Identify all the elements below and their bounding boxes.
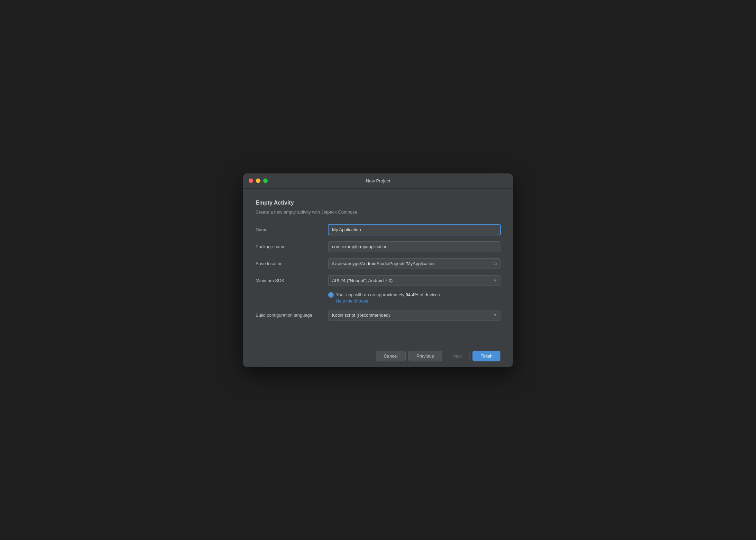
save-location-input[interactable] — [328, 258, 500, 269]
name-input[interactable] — [328, 224, 500, 235]
close-button[interactable] — [249, 179, 253, 183]
info-icon: i — [328, 292, 334, 298]
save-location-field-wrapper: 🗂 — [328, 258, 500, 269]
save-location-label: Save location — [256, 261, 328, 266]
form-content: Empty Activity Create a new empty activi… — [243, 189, 513, 335]
build-config-label: Build configuration language — [256, 313, 328, 318]
cancel-button[interactable]: Cancel — [376, 351, 406, 361]
minimum-sdk-label: Minimum SDK — [256, 278, 328, 283]
minimum-sdk-select-wrapper: API 21 ("Lollipop"; Android 5.0) API 22 … — [328, 275, 500, 286]
previous-button[interactable]: Previous — [408, 351, 442, 361]
sdk-info-text: Your app will run on approximately 94.4%… — [336, 292, 441, 297]
name-row: Name — [256, 224, 500, 235]
section-description: Create a new empty activity with Jetpack… — [256, 209, 500, 215]
section-title: Empty Activity — [256, 200, 500, 206]
build-config-select-wrapper: Kotlin script (Recommended) Groovy DSL ▼ — [328, 310, 500, 321]
help-link[interactable]: Help me choose — [336, 298, 500, 304]
folder-icon[interactable]: 🗂 — [492, 261, 497, 266]
window-title: New Project — [366, 178, 390, 183]
save-location-row: Save location 🗂 — [256, 258, 500, 269]
build-config-select[interactable]: Kotlin script (Recommended) Groovy DSL — [328, 310, 500, 321]
name-label: Name — [256, 227, 328, 232]
new-project-window: New Project Empty Activity Create a new … — [243, 173, 513, 367]
maximize-button[interactable] — [263, 179, 268, 183]
title-bar: New Project — [243, 173, 513, 189]
package-input[interactable] — [328, 241, 500, 252]
minimize-button[interactable] — [256, 179, 260, 183]
next-button: Next — [445, 351, 470, 361]
finish-button[interactable]: Finish — [472, 351, 500, 361]
footer: Cancel Previous Next Finish — [243, 345, 513, 367]
minimum-sdk-select[interactable]: API 21 ("Lollipop"; Android 5.0) API 22 … — [328, 275, 500, 286]
sdk-info-row: i Your app will run on approximately 94.… — [328, 292, 500, 298]
traffic-lights — [249, 179, 268, 183]
minimum-sdk-row: Minimum SDK API 21 ("Lollipop"; Android … — [256, 275, 500, 286]
package-row: Package name — [256, 241, 500, 252]
package-label: Package name — [256, 244, 328, 249]
sdk-info-section: i Your app will run on approximately 94.… — [328, 292, 500, 304]
build-config-row: Build configuration language Kotlin scri… — [256, 310, 500, 321]
